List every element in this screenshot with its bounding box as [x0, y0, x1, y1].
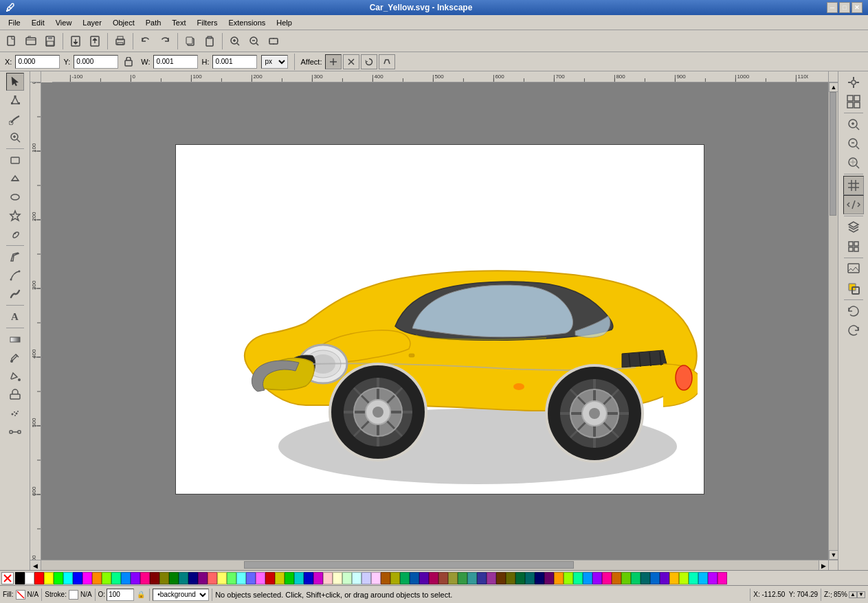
color-swatch[interactable] [73, 572, 82, 584]
horizontal-scrollbar[interactable] [41, 560, 819, 570]
tweak-tool[interactable] [6, 110, 24, 128]
color-swatch[interactable] [150, 572, 159, 584]
color-swatch[interactable] [217, 572, 227, 584]
color-swatch[interactable] [342, 572, 352, 584]
new-button[interactable] [3, 32, 21, 50]
scroll-down-button[interactable]: ▼ [829, 550, 838, 560]
gradient-tool[interactable] [6, 330, 24, 348]
x-input[interactable] [15, 55, 60, 69]
color-swatch[interactable] [323, 572, 333, 584]
unit-select[interactable]: pxmmcminpt [261, 55, 288, 69]
objects-button[interactable] [843, 237, 864, 256]
color-swatch[interactable] [236, 572, 246, 584]
stroke-color-box[interactable] [69, 590, 78, 600]
zoom-out-view-button[interactable] [843, 134, 864, 153]
affect-move-btn[interactable] [325, 54, 342, 69]
color-swatch[interactable] [717, 572, 727, 584]
color-swatch[interactable] [44, 572, 54, 584]
color-swatch[interactable] [641, 572, 650, 584]
layers-button[interactable] [843, 218, 864, 237]
y-input[interactable] [74, 55, 118, 69]
zoom-tool[interactable] [6, 128, 24, 146]
w-input[interactable] [153, 55, 198, 69]
color-swatch[interactable] [544, 572, 554, 584]
opacity-input[interactable] [107, 589, 134, 601]
color-swatch[interactable] [583, 572, 592, 584]
snap-enable-button[interactable] [843, 73, 864, 92]
color-swatch[interactable] [400, 572, 410, 584]
color-swatch[interactable] [285, 572, 294, 584]
layer-select[interactable]: •background [153, 589, 209, 601]
color-swatch[interactable] [179, 572, 188, 584]
color-swatch[interactable] [102, 572, 111, 584]
color-swatch[interactable] [438, 572, 448, 584]
color-swatch[interactable] [15, 572, 25, 584]
color-swatch[interactable] [159, 572, 169, 584]
color-swatch[interactable] [660, 572, 669, 584]
color-swatch[interactable] [612, 572, 621, 584]
scroll-right-button[interactable]: ▶ [819, 560, 828, 570]
select-tool[interactable] [6, 73, 24, 91]
print-button[interactable] [111, 32, 129, 50]
color-swatch[interactable] [25, 572, 34, 584]
spray-tool[interactable] [6, 405, 24, 422]
lock-aspect-button[interactable] [120, 53, 137, 71]
color-swatch[interactable] [208, 572, 217, 584]
h-input[interactable] [212, 55, 257, 69]
connector-tool[interactable] [6, 423, 24, 441]
menu-file[interactable]: File [3, 17, 26, 28]
minimize-button[interactable]: ─ [827, 2, 838, 13]
color-swatch[interactable] [54, 572, 63, 584]
redo-button[interactable] [156, 32, 174, 50]
color-swatch[interactable] [265, 572, 275, 584]
color-swatch[interactable] [592, 572, 602, 584]
menu-edit[interactable]: Edit [26, 17, 50, 28]
color-swatch[interactable] [169, 572, 179, 584]
menu-layer[interactable]: Layer [77, 17, 107, 28]
menu-text[interactable]: Text [166, 17, 191, 28]
color-swatch[interactable] [689, 572, 698, 584]
color-swatch[interactable] [458, 572, 467, 584]
export-png-button[interactable] [843, 260, 864, 279]
redo-history-button[interactable] [843, 321, 864, 340]
color-swatch[interactable] [275, 572, 285, 584]
color-swatch[interactable] [63, 572, 73, 584]
color-swatch[interactable] [602, 572, 612, 584]
affect-rotate-btn[interactable] [361, 54, 377, 69]
menu-view[interactable]: View [50, 17, 78, 28]
zoom-fit-button[interactable] [265, 32, 282, 50]
fill-color-box[interactable] [16, 590, 25, 600]
text-tool[interactable]: A [6, 308, 24, 326]
dropper-tool[interactable] [6, 349, 24, 367]
zoom-stepper-up[interactable]: ▲ [849, 591, 857, 598]
color-swatch[interactable] [679, 572, 689, 584]
affect-skew-btn[interactable] [379, 54, 395, 69]
color-swatch[interactable] [621, 572, 631, 584]
color-swatch[interactable] [496, 572, 506, 584]
paint-bucket-tool[interactable] [6, 367, 24, 385]
color-swatch[interactable] [352, 572, 361, 584]
color-swatch[interactable] [390, 572, 400, 584]
color-swatch[interactable] [708, 572, 717, 584]
menu-help[interactable]: Help [271, 17, 298, 28]
color-swatch[interactable] [429, 572, 438, 584]
color-swatch[interactable] [227, 572, 236, 584]
color-swatch[interactable] [198, 572, 208, 584]
color-swatch[interactable] [410, 572, 419, 584]
color-swatch[interactable] [669, 572, 679, 584]
v-scroll-thumb[interactable] [830, 92, 836, 216]
affect-scale-btn[interactable] [343, 54, 359, 69]
color-swatch[interactable] [361, 572, 371, 584]
color-swatch[interactable] [313, 572, 323, 584]
xml-editor-button[interactable] [843, 195, 864, 214]
color-swatch[interactable] [82, 572, 92, 584]
color-swatch[interactable] [111, 572, 121, 584]
color-swatch[interactable] [371, 572, 381, 584]
color-swatch[interactable] [246, 572, 256, 584]
color-swatch[interactable] [525, 572, 535, 584]
import-button[interactable] [67, 32, 85, 50]
color-swatch[interactable] [381, 572, 390, 584]
color-swatch[interactable] [535, 572, 544, 584]
menu-extensions[interactable]: Extensions [223, 17, 271, 28]
color-swatch[interactable] [467, 572, 477, 584]
